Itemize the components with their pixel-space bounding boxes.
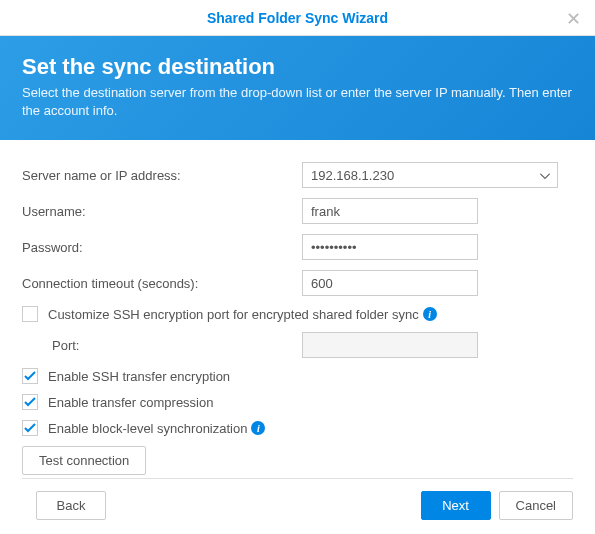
window-title: Shared Folder Sync Wizard: [207, 10, 388, 26]
custom-ssh-port-label: Customize SSH encryption port for encryp…: [48, 307, 419, 322]
banner-heading: Set the sync destination: [22, 54, 573, 80]
timeout-input[interactable]: [302, 270, 478, 296]
compression-label: Enable transfer compression: [48, 395, 213, 410]
banner: Set the sync destination Select the dest…: [0, 36, 595, 140]
back-button[interactable]: Back: [36, 491, 106, 520]
port-input: [302, 332, 478, 358]
timeout-label: Connection timeout (seconds):: [22, 276, 302, 291]
form-area: Server name or IP address: Username: Pas…: [0, 140, 595, 475]
server-label: Server name or IP address:: [22, 168, 302, 183]
username-input[interactable]: [302, 198, 478, 224]
titlebar: Shared Folder Sync Wizard ✕: [0, 0, 595, 36]
block-level-label: Enable block-level synchronization: [48, 421, 247, 436]
custom-ssh-port-checkbox[interactable]: [22, 306, 38, 322]
password-label: Password:: [22, 240, 302, 255]
footer: Back Next Cancel: [22, 478, 573, 520]
password-input[interactable]: [302, 234, 478, 260]
close-icon[interactable]: ✕: [566, 8, 581, 30]
ssh-encrypt-label: Enable SSH transfer encryption: [48, 369, 230, 384]
cancel-button[interactable]: Cancel: [499, 491, 573, 520]
port-label: Port:: [22, 338, 302, 353]
banner-subtext: Select the destination server from the d…: [22, 84, 573, 120]
next-button[interactable]: Next: [421, 491, 491, 520]
block-level-checkbox[interactable]: [22, 420, 38, 436]
test-connection-button[interactable]: Test connection: [22, 446, 146, 475]
ssh-encrypt-checkbox[interactable]: [22, 368, 38, 384]
info-icon[interactable]: i: [423, 307, 437, 321]
server-select[interactable]: [302, 162, 558, 188]
info-icon[interactable]: i: [251, 421, 265, 435]
compression-checkbox[interactable]: [22, 394, 38, 410]
server-input[interactable]: [302, 162, 558, 188]
username-label: Username:: [22, 204, 302, 219]
